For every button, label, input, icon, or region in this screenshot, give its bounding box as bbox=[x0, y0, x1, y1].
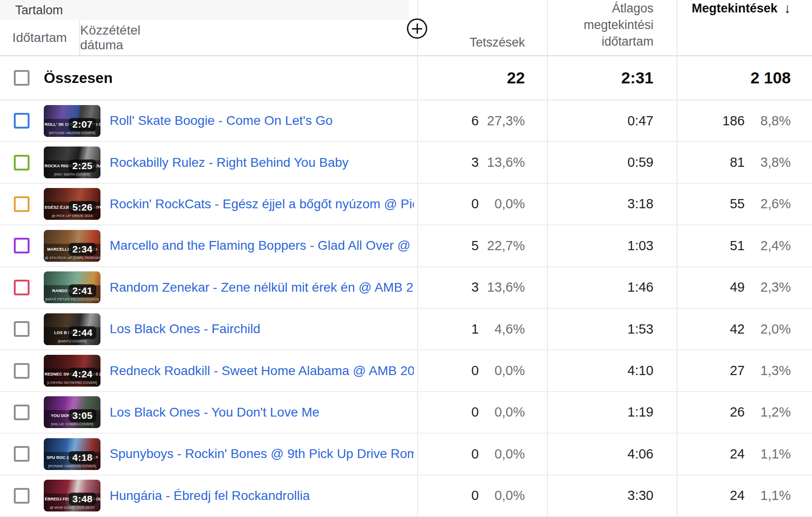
likes-percent: 4,6% bbox=[479, 322, 525, 337]
video-thumbnail[interactable]: SPU ROC @ 9TH PICK UP [RONNIE DAWSON COV… bbox=[44, 438, 100, 470]
views-percent: 3,8% bbox=[745, 155, 791, 170]
column-header-views[interactable]: Megtekintések ↓ bbox=[677, 0, 812, 60]
table-header: Tartalom Időtartam Közzététel dátuma Tet… bbox=[0, 0, 812, 56]
duration-badge: 4:18 bbox=[69, 451, 96, 464]
likes-count: 1 bbox=[418, 322, 479, 337]
table-row: LOS B FAIRCHILD [BANTU COVER] 2:44 Los B… bbox=[0, 309, 812, 350]
video-thumbnail[interactable]: EGÉSZ ÉJJEL A BŐGŐT NYÚZOM @ PICK UP DRI… bbox=[44, 188, 100, 220]
column-header-views-label: Megtekintések bbox=[692, 1, 777, 16]
views-percent: 2,4% bbox=[745, 238, 791, 253]
video-thumbnail[interactable]: YOU DON'T LOVE ME [WILLIE COBBS COVER] 3… bbox=[44, 396, 100, 428]
row-checkbox[interactable] bbox=[14, 113, 29, 129]
video-table-body: ROLL' SK COME ON LET'S GO [RITCHIE VALEN… bbox=[0, 100, 812, 517]
likes-cell: 6 27,3% bbox=[417, 100, 547, 141]
likes-percent: 0,0% bbox=[479, 488, 525, 503]
row-checkbox[interactable] bbox=[14, 405, 29, 420]
row-checkbox[interactable] bbox=[14, 321, 29, 337]
video-title-link[interactable]: Redneck Roadkill - Sweet Home Alabama @ … bbox=[110, 364, 414, 378]
views-percent: 1,1% bbox=[745, 488, 791, 503]
avg-view-duration-cell: 4:06 bbox=[547, 434, 677, 474]
views-count: 49 bbox=[677, 280, 745, 295]
views-count: 24 bbox=[677, 488, 745, 503]
row-checkbox[interactable] bbox=[14, 446, 29, 462]
likes-cell: 0 0,0% bbox=[417, 434, 547, 474]
likes-count: 3 bbox=[418, 155, 479, 170]
thumbnail-caption-line2: [BANTU COVER] bbox=[58, 339, 86, 343]
thumbnail-caption-line2: @ 9TH PICK UP [CARL PERKINS COVER] bbox=[45, 256, 100, 260]
video-thumbnail[interactable]: ROCKA RIGHT BEHIND YOU BABY [RAY SMITH C… bbox=[44, 147, 100, 178]
likes-cell: 5 22,7% bbox=[417, 225, 547, 266]
video-thumbnail[interactable]: ROLL' SK COME ON LET'S GO [RITCHIE VALEN… bbox=[44, 105, 100, 137]
likes-cell: 0 0,0% bbox=[417, 350, 547, 391]
views-percent: 1,1% bbox=[745, 446, 791, 462]
video-title-link[interactable]: Rockin' RockCats - Egész éjjel a bőgőt n… bbox=[110, 197, 414, 212]
summary-likes: 22 bbox=[417, 56, 547, 100]
duration-badge: 2:41 bbox=[69, 284, 96, 297]
table-row: ÉBREDJ FEL ROCKANDROLLIA @ MVM DOME 2025… bbox=[0, 476, 812, 517]
row-checkbox[interactable] bbox=[14, 488, 29, 504]
section-title-bar: Tartalom bbox=[0, 0, 409, 20]
video-title-link[interactable]: Los Black Ones - You Don't Love Me bbox=[110, 405, 319, 420]
column-header-likes[interactable]: Tetszések bbox=[417, 0, 547, 60]
filter-bar: Időtartam Közzététel dátuma bbox=[0, 20, 417, 55]
summary-checkbox[interactable] bbox=[14, 70, 29, 86]
video-thumbnail[interactable]: LOS B FAIRCHILD [BANTU COVER] 2:44 bbox=[44, 313, 100, 345]
likes-count: 6 bbox=[418, 113, 479, 129]
likes-count: 5 bbox=[418, 238, 479, 253]
thumbnail-caption-line2: [WILLIE COBBS COVER] bbox=[51, 422, 94, 426]
avg-view-duration-cell: 0:47 bbox=[547, 100, 677, 141]
views-count: 55 bbox=[677, 196, 745, 212]
section-title: Tartalom bbox=[15, 3, 63, 18]
video-title-link[interactable]: Roll' Skate Boogie - Come On Let's Go bbox=[110, 113, 333, 128]
video-thumbnail[interactable]: REDNEC SWEET H @ AMB 2024 [LYNYRD SKYNYR… bbox=[44, 355, 100, 387]
likes-cell: 0 0,0% bbox=[417, 392, 547, 433]
sort-arrow-down-icon: ↓ bbox=[784, 0, 791, 16]
video-title-link[interactable]: Spunyboys - Rockin' Bones @ 9th Pick Up … bbox=[110, 446, 414, 461]
video-thumbnail[interactable]: MARCELLO AND T GLAD @ 9TH PICK UP [CARL … bbox=[44, 230, 100, 262]
likes-count: 3 bbox=[418, 280, 479, 295]
views-count: 24 bbox=[677, 446, 745, 462]
video-title-link[interactable]: Hungária - Ébredj fel Rockandrollia bbox=[110, 488, 310, 503]
header-left: Tartalom Időtartam Közzététel dátuma bbox=[0, 0, 417, 60]
filter-duration[interactable]: Időtartam bbox=[0, 20, 80, 55]
duration-badge: 5:26 bbox=[69, 201, 96, 214]
video-title-link[interactable]: Rockabilly Rulez - Right Behind You Baby bbox=[110, 155, 348, 170]
column-header-avg-view-duration[interactable]: Átlagos megtekintési időtartam bbox=[547, 0, 677, 60]
views-count: 27 bbox=[677, 363, 745, 378]
table-row: YOU DON'T LOVE ME [WILLIE COBBS COVER] 3… bbox=[0, 392, 812, 434]
avg-view-duration-cell: 3:30 bbox=[547, 476, 677, 516]
thumbnail-caption-line2: [MÁTÉ PÉTER FELDOLGOZÁS] bbox=[45, 297, 99, 301]
views-count: 42 bbox=[677, 322, 745, 337]
row-checkbox[interactable] bbox=[14, 280, 29, 295]
row-checkbox[interactable] bbox=[14, 238, 29, 253]
views-percent: 2,0% bbox=[745, 322, 791, 337]
likes-cell: 1 4,6% bbox=[417, 309, 547, 349]
avg-view-duration-cell: 1:53 bbox=[547, 309, 677, 349]
likes-percent: 0,0% bbox=[479, 363, 525, 378]
views-count: 51 bbox=[677, 238, 745, 253]
likes-count: 0 bbox=[418, 446, 479, 462]
video-title-link[interactable]: Los Black Ones - Fairchild bbox=[110, 322, 260, 336]
row-checkbox[interactable] bbox=[14, 363, 29, 379]
video-title-link[interactable]: Random Zenekar - Zene nélkül mit érek én… bbox=[110, 280, 414, 295]
views-percent: 8,8% bbox=[745, 113, 791, 129]
filter-publish-date[interactable]: Közzététel dátuma bbox=[80, 20, 176, 55]
thumbnail-caption-line2: [RITCHIE VALENS COVER] bbox=[49, 131, 95, 135]
table-row: SPU ROC @ 9TH PICK UP [RONNIE DAWSON COV… bbox=[0, 434, 812, 475]
table-row: RANDO ZENE NÉLK [MÁTÉ PÉTER FELDOLGOZÁS]… bbox=[0, 267, 812, 309]
views-count: 26 bbox=[677, 405, 745, 420]
summary-avg-view-duration: 2:31 bbox=[547, 56, 677, 100]
video-thumbnail[interactable]: ÉBREDJ FEL ROCKANDROLLIA @ MVM DOME 2025… bbox=[44, 480, 100, 511]
row-checkbox[interactable] bbox=[14, 155, 29, 170]
video-thumbnail[interactable]: RANDO ZENE NÉLK [MÁTÉ PÉTER FELDOLGOZÁS]… bbox=[44, 271, 100, 303]
avg-view-duration-cell: 1:46 bbox=[547, 267, 677, 308]
row-checkbox[interactable] bbox=[14, 196, 29, 212]
likes-percent: 22,7% bbox=[479, 238, 525, 253]
views-cell: 26 1,2% bbox=[677, 392, 812, 433]
views-cell: 49 2,3% bbox=[677, 267, 812, 308]
thumbnail-caption-line2: [RAY SMITH COVER] bbox=[54, 172, 90, 176]
video-title-link[interactable]: Marcello and the Flaming Boppers - Glad … bbox=[110, 238, 414, 253]
views-cell: 27 1,3% bbox=[677, 350, 812, 391]
add-metric-button[interactable] bbox=[407, 18, 427, 39]
duration-badge: 2:25 bbox=[69, 159, 96, 172]
